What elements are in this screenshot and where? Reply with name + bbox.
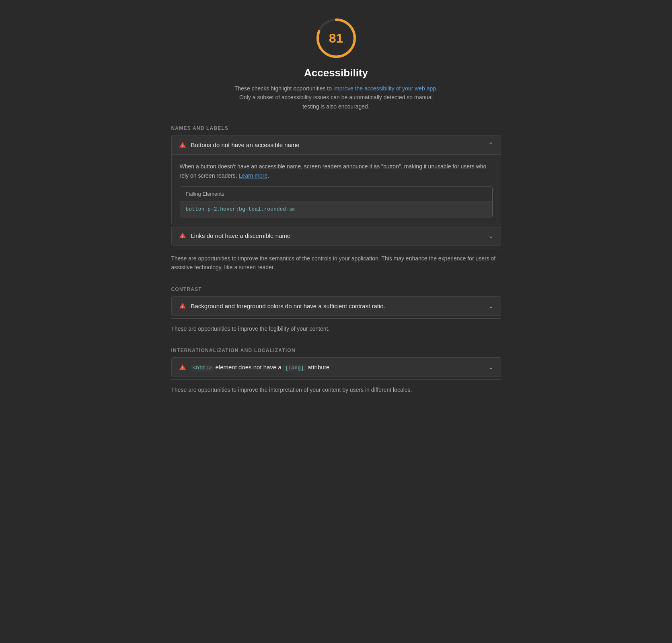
accordion-header-links[interactable]: ! Links do not have a discernible name ⌄: [172, 226, 501, 245]
accordion-header-contrast[interactable]: ! Background and foreground colors do no…: [172, 297, 501, 315]
learn-more-link[interactable]: Learn more: [239, 172, 268, 179]
failing-elements-code: button.p-2.hover:bg-teal.rounded-sm: [180, 201, 492, 217]
accordion-header-left-contrast: ! Background and foreground colors do no…: [179, 302, 385, 309]
accordion-title-contrast: Background and foreground colors do not …: [191, 303, 385, 309]
section-header-contrast: CONTRAST: [171, 287, 501, 292]
score-section: 81 Accessibility These checks highlight …: [171, 16, 501, 111]
svg-text:!: !: [182, 366, 183, 370]
accordion-title-buttons: Buttons do not have an accessible name: [191, 141, 300, 148]
chevron-up-icon: ⌃: [488, 141, 493, 149]
html-lang-title-after: attribute: [308, 364, 329, 371]
score-value: 81: [329, 31, 343, 46]
lang-attr-code: [lang]: [283, 365, 306, 371]
accordion-body-buttons: When a button doesn't have an accessible…: [172, 154, 501, 225]
accordion-header-buttons[interactable]: ! Buttons do not have an accessible name…: [172, 135, 501, 154]
chevron-down-icon-links: ⌄: [488, 232, 493, 240]
section-i18n: INTERNATIONALIZATION AND LOCALIZATION ! …: [171, 348, 501, 394]
accessibility-link[interactable]: improve the accessibility of your web ap…: [333, 85, 436, 92]
accordion-header-left: ! Buttons do not have an accessible name: [179, 141, 300, 149]
warning-icon: !: [179, 141, 186, 149]
accordion-header-html-lang[interactable]: ! <html> element does not have a [lang] …: [172, 358, 501, 377]
svg-text:!: !: [182, 235, 183, 238]
divider-i18n: [171, 379, 501, 380]
svg-text:!: !: [182, 305, 183, 309]
warning-icon-contrast: !: [179, 302, 186, 309]
accordion-body-text-buttons: When a button doesn't have an accessible…: [180, 162, 493, 180]
failing-elements-header: Failing Elements: [180, 187, 492, 201]
accordion-header-left-links: ! Links do not have a discernible name: [179, 232, 291, 239]
group-description-names-labels: These are opportunities to improve the s…: [171, 254, 501, 272]
description-before: These checks highlight opportunities to: [234, 85, 333, 92]
group-description-contrast: These are opportunities to improve the l…: [171, 324, 501, 333]
accordion-html-lang: ! <html> element does not have a [lang] …: [171, 357, 501, 377]
section-names-and-labels: NAMES AND LABELS ! Buttons do not have a…: [171, 125, 501, 272]
accordion-title-links: Links do not have a discernible name: [191, 232, 291, 239]
accordion-contrast-ratio: ! Background and foreground colors do no…: [171, 296, 501, 316]
html-tag-code: <html>: [191, 365, 214, 371]
page-description: These checks highlight opportunities to …: [232, 84, 441, 111]
html-lang-title-before: element does not have a: [215, 364, 283, 371]
failing-elements-box: Failing Elements button.p-2.hover:bg-tea…: [180, 186, 493, 217]
accordion-buttons-accessible-name: ! Buttons do not have an accessible name…: [171, 135, 501, 225]
warning-icon-links: !: [179, 232, 186, 239]
page-title: Accessibility: [304, 67, 368, 79]
chevron-down-icon-contrast: ⌄: [488, 302, 493, 310]
section-header-i18n: INTERNATIONALIZATION AND LOCALIZATION: [171, 348, 501, 353]
accordion-links-discernible-name: ! Links do not have a discernible name ⌄: [171, 226, 501, 246]
section-header-names-labels: NAMES AND LABELS: [171, 125, 501, 131]
section-contrast: CONTRAST ! Background and foreground col…: [171, 287, 501, 333]
warning-icon-html-lang: !: [179, 364, 186, 371]
chevron-down-icon-html-lang: ⌄: [488, 363, 493, 371]
accordion-header-left-html-lang: ! <html> element does not have a [lang] …: [179, 364, 330, 371]
page-container: 81 Accessibility These checks highlight …: [163, 0, 509, 419]
svg-text:!: !: [182, 144, 183, 147]
group-description-i18n: These are opportunities to improve the i…: [171, 385, 501, 394]
accordion-title-html-lang: <html> element does not have a [lang] at…: [191, 364, 330, 371]
divider-contrast: [171, 318, 501, 319]
score-circle: 81: [314, 16, 358, 60]
divider-names-labels: [171, 248, 501, 248]
